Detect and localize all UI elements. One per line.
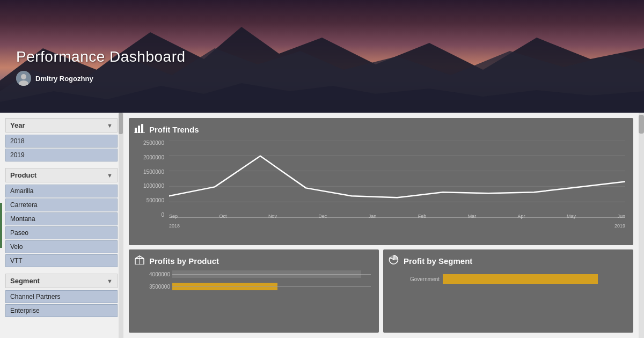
filter-item-amarilla[interactable]: Amarilla bbox=[5, 185, 118, 197]
x-label-jun: Jun bbox=[617, 214, 625, 219]
filter-item-channel-partners[interactable]: Channel Partners bbox=[5, 290, 118, 303]
filter-item-2019[interactable]: 2019 bbox=[5, 149, 118, 161]
bar-label-3500000: 3500000 bbox=[137, 284, 170, 290]
header-content: Performance Dashboard Dmitry Rogozhny bbox=[16, 48, 186, 86]
profit-trends-title: Profit Trends bbox=[149, 125, 199, 134]
year-label-2018: 2018 bbox=[169, 223, 180, 229]
x-label-oct: Oct bbox=[219, 214, 226, 219]
x-label-apr: Apr bbox=[518, 214, 525, 219]
filter-item-carretera[interactable]: Carretera bbox=[5, 199, 118, 211]
segment-chart: Government bbox=[389, 271, 628, 286]
x-axis-labels: Sep Oct Nov Dec Jan Feb Mar Apr May Jun bbox=[169, 214, 625, 219]
filter-header-year[interactable]: Year ▼ bbox=[5, 118, 118, 133]
svg-rect-7 bbox=[138, 126, 140, 133]
bar-chart-icon bbox=[134, 123, 145, 136]
filter-item-velo[interactable]: Velo bbox=[5, 240, 118, 253]
svg-rect-6 bbox=[135, 128, 137, 133]
filter-section-year: Year ▼ 2018 2019 bbox=[5, 118, 118, 161]
profits-by-product-chart: 4000000 3500000 bbox=[134, 271, 374, 290]
sidebar-scrollbar[interactable] bbox=[119, 113, 123, 338]
profit-by-segment-title: Profit by Segment bbox=[404, 256, 472, 266]
x-label-feb: Feb bbox=[418, 214, 427, 219]
segment-label-government: Government bbox=[391, 276, 440, 282]
bar-fill-1-bg bbox=[172, 270, 361, 278]
segment-bar-track bbox=[443, 274, 625, 284]
svg-point-4 bbox=[21, 74, 26, 79]
svg-rect-8 bbox=[141, 124, 143, 133]
segment-row-government: Government bbox=[391, 274, 625, 284]
y-label-0: 0 bbox=[134, 212, 164, 218]
user-name: Dmitry Rogozhny bbox=[35, 75, 93, 83]
profit-by-segment-card: Profit by Segment Government bbox=[383, 249, 633, 333]
main-scrollbar[interactable] bbox=[639, 113, 644, 338]
y-label-500000: 500000 bbox=[134, 197, 164, 203]
header: Performance Dashboard Dmitry Rogozhny bbox=[0, 0, 644, 113]
pie-chart-icon bbox=[389, 255, 399, 267]
dashboard-title: Performance Dashboard bbox=[16, 48, 186, 65]
filter-section-product: Product ▼ Amarilla Carretera Montana Pas… bbox=[5, 168, 118, 267]
profits-by-product-header: Profits by Product bbox=[134, 255, 374, 267]
filter-funnel-icon-product: ▼ bbox=[107, 172, 113, 179]
bar-track-2 bbox=[172, 283, 371, 290]
filter-section-segment: Segment ▼ Channel Partners Enterprise bbox=[5, 274, 118, 317]
y-label-1000000: 1000000 bbox=[134, 183, 164, 189]
bar-label-4000000: 4000000 bbox=[137, 271, 170, 277]
y-axis-labels: 2500000 2000000 1500000 1000000 500000 0 bbox=[134, 140, 166, 218]
segment-bar-government bbox=[443, 274, 598, 284]
bar-row-1: 4000000 bbox=[137, 271, 371, 277]
svg-rect-9 bbox=[134, 133, 145, 133]
y-label-2500000: 2500000 bbox=[134, 140, 164, 146]
avatar bbox=[16, 71, 31, 86]
bar-baseline-2 bbox=[172, 286, 371, 287]
y-label-1500000: 1500000 bbox=[134, 169, 164, 175]
left-accent bbox=[0, 203, 2, 248]
profits-by-product-title: Profits by Product bbox=[149, 256, 219, 266]
filter-item-enterprise[interactable]: Enterprise bbox=[5, 304, 118, 317]
filter-item-paseo[interactable]: Paseo bbox=[5, 226, 118, 239]
x-label-dec: Dec bbox=[318, 214, 327, 219]
x-label-nov: Nov bbox=[268, 214, 277, 219]
bar-row-2: 3500000 bbox=[137, 283, 371, 290]
filter-title-product: Product bbox=[10, 171, 36, 179]
bar-track-1 bbox=[172, 274, 371, 275]
box-icon bbox=[134, 255, 145, 267]
x-label-jan: Jan bbox=[369, 214, 377, 219]
filter-item-vtt[interactable]: VTT bbox=[5, 254, 118, 267]
main-scrollbar-thumb[interactable] bbox=[639, 115, 644, 134]
x-label-mar: Mar bbox=[468, 214, 477, 219]
filter-funnel-icon-segment: ▼ bbox=[107, 278, 113, 284]
profit-trends-header: Profit Trends bbox=[134, 123, 628, 136]
scrollbar-thumb[interactable] bbox=[119, 113, 123, 134]
sidebar[interactable]: Year ▼ 2018 2019 Product ▼ Amarilla Carr… bbox=[0, 113, 123, 338]
filter-item-2018[interactable]: 2018 bbox=[5, 135, 118, 148]
filter-title-segment: Segment bbox=[10, 277, 40, 285]
bottom-charts-row: Profits by Product 4000000 3500000 bbox=[129, 249, 633, 333]
line-chart-svg bbox=[169, 140, 625, 217]
dashboard-area: Profit Trends 2500000 2000000 1500000 10… bbox=[123, 113, 639, 338]
main-content: Year ▼ 2018 2019 Product ▼ Amarilla Carr… bbox=[0, 113, 644, 338]
profit-trends-chart: 2500000 2000000 1500000 1000000 500000 0 bbox=[134, 140, 628, 229]
profits-by-product-card: Profits by Product 4000000 3500000 bbox=[129, 249, 379, 333]
y-label-2000000: 2000000 bbox=[134, 155, 164, 160]
profit-by-segment-header: Profit by Segment bbox=[389, 255, 628, 267]
filter-title-year: Year bbox=[10, 121, 25, 129]
profit-trends-plot bbox=[169, 140, 625, 218]
filter-item-montana[interactable]: Montana bbox=[5, 212, 118, 225]
filter-funnel-icon-year: ▼ bbox=[107, 122, 113, 129]
filter-header-segment[interactable]: Segment ▼ bbox=[5, 274, 118, 288]
year-label-2019: 2019 bbox=[614, 223, 625, 229]
x-label-sep: Sep bbox=[169, 214, 178, 219]
x-label-may: May bbox=[567, 214, 576, 219]
user-info: Dmitry Rogozhny bbox=[16, 71, 186, 86]
filter-header-product[interactable]: Product ▼ bbox=[5, 168, 118, 182]
profit-trends-card: Profit Trends 2500000 2000000 1500000 10… bbox=[129, 118, 633, 245]
